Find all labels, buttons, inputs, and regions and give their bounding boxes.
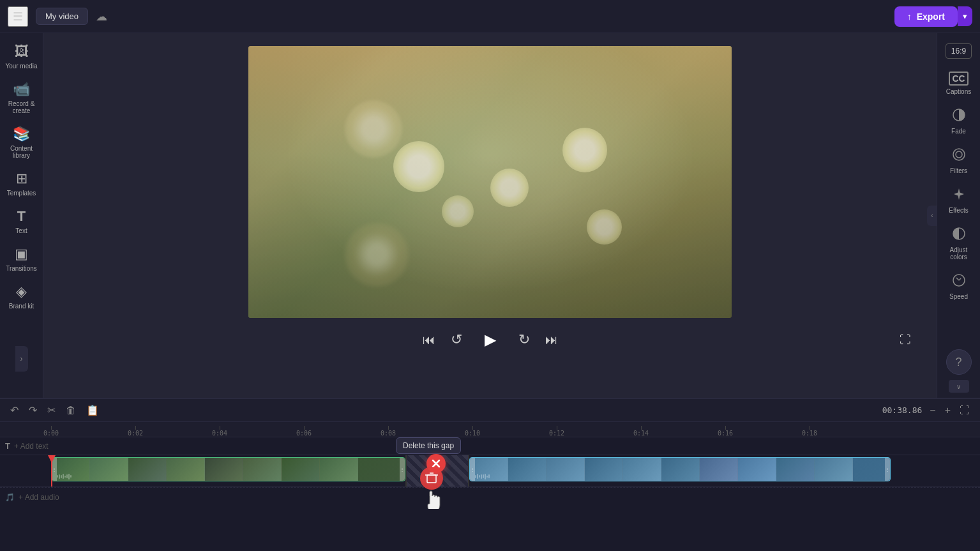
undo-button[interactable]: ↶ [8,402,21,419]
right-item-label: Filters [950,167,967,174]
sidebar-item-label: Brand kit [9,303,34,310]
right-sidebar-collapse-button[interactable]: ‹ [927,206,937,226]
export-chevron-button[interactable]: ▾ [958,6,972,26]
timeline-track-area: 0:00 0:02 0:04 0:06 0:08 0:10 0:12 0:14 … [0,422,980,551]
aspect-ratio-button[interactable]: 16:9 [946,43,972,59]
zoom-controls: − + ⛶ [927,402,972,419]
waveform-right [475,473,885,479]
sidebar-expand-button[interactable]: › [15,346,28,372]
fast-forward-button[interactable]: ↻ [518,331,530,348]
delete-gap-button[interactable] [426,454,446,473]
right-item-fade[interactable]: Fade [940,103,978,140]
text-track-icon: T [5,441,10,451]
timeline-content: 0:00 0:02 0:04 0:06 0:08 0:10 0:12 0:14 … [0,422,980,551]
audio-track[interactable]: 🎵 + Add audio [0,487,980,506]
zoom-out-button[interactable]: − [927,402,938,419]
brand-kit-icon: ◈ [16,283,27,300]
timeline-ruler: 0:00 0:02 0:04 0:06 0:08 0:10 0:12 0:14 … [0,422,980,437]
rewind-button[interactable]: ↺ [451,331,462,348]
help-button[interactable]: ? [946,349,972,375]
clip2-right-handle[interactable]: ⋮ [885,458,890,481]
ruler-mark-4: 0:04 [212,430,227,437]
redo-button[interactable]: ↷ [26,402,40,419]
sidebar-item-label: Contentlibrary [10,145,33,159]
left-sidebar: 🖼 Your media 📹 Record &create 📚 Contentl… [0,33,43,398]
skip-to-end-button[interactable]: ⏭ [545,333,558,347]
ruler-mark-10: 0:10 [465,430,480,437]
right-item-speed[interactable]: Speed [940,268,978,305]
ruler-mark-12: 0:12 [549,430,564,437]
svg-point-2 [956,151,962,158]
delete-gap-tooltip: Delete this gap [396,437,461,454]
add-text-label: + Add text [14,442,49,451]
record-icon: 📹 [13,81,30,98]
timeline-expand-button[interactable]: ⛶ [957,402,972,419]
right-item-label: Effects [949,207,968,214]
video-preview [248,46,732,318]
fade-icon [952,108,966,125]
text-track[interactable]: T + Add text [0,437,980,455]
audio-track-icon: 🎵 [5,493,15,502]
adjust-colors-icon [952,227,966,244]
main-video-track: Delete this gap ⋮ [0,455,980,487]
video-clip-left[interactable]: ⋮ [51,457,405,481]
canvas-area: ⏮ ↺ ▶ ↻ ⏭ ⛶ [43,33,937,398]
ruler-mark-0: 0:00 [43,430,59,437]
add-to-timeline-button[interactable]: 📋 [84,402,102,419]
right-item-filters[interactable]: Filters [940,142,978,179]
right-item-adjust-colors[interactable]: Adjustcolors [940,222,978,266]
playhead[interactable] [51,455,52,487]
skip-to-start-button[interactable]: ⏮ [423,333,435,347]
right-item-label: Adjustcolors [950,246,968,260]
sidebar-item-text[interactable]: T Text [3,203,41,239]
right-item-label: Fade [951,128,966,135]
ruler-mark-18: 0:18 [802,430,817,437]
right-item-captions[interactable]: CC Captions [940,66,978,100]
play-button[interactable]: ▶ [478,327,503,352]
sidebar-item-brand-kit[interactable]: ◈ Brand kit [3,278,41,315]
cut-button[interactable]: ✂ [45,402,58,419]
sidebar-item-label: Text [15,227,27,234]
sidebar-item-content-library[interactable]: 📚 Contentlibrary [3,121,41,164]
templates-icon: ⊞ [16,170,27,187]
clip-right-handle[interactable]: ⋮ [400,458,405,481]
timeline: ↶ ↷ ✂ 🗑 📋 00:38.86 − + ⛶ 0:00 0:02 0:04 … [0,398,980,551]
clip2-left-handle[interactable]: ⋮ [470,458,475,481]
video-clip-right[interactable]: ⋮ [469,457,891,481]
sidebar-item-label: Record &create [8,100,35,114]
sidebar-item-label: Transitions [6,265,37,272]
sidebar-item-label: Your media [5,63,37,70]
waveform-left [57,473,400,479]
ruler-mark-8: 0:08 [381,430,396,437]
sidebar-item-templates[interactable]: ⊞ Templates [3,165,41,202]
export-button[interactable]: ↑ Export [894,6,958,27]
svg-point-1 [953,149,965,160]
ruler-mark-14: 0:14 [633,430,649,437]
menu-button[interactable]: ☰ [8,6,28,27]
delete-button[interactable]: 🗑 [63,402,79,419]
sidebar-item-record-create[interactable]: 📹 Record &create [3,76,41,119]
project-title[interactable]: My video [36,8,88,25]
panel-collapse-chevron[interactable]: ∨ [949,380,969,393]
topbar: ☰ My video ☁ ↑ Export ▾ [0,0,980,33]
add-audio-label: + Add audio [19,493,59,502]
sidebar-item-your-media[interactable]: 🖼 Your media [3,38,41,75]
effects-icon [952,187,966,204]
speed-icon [952,273,966,291]
captions-icon: CC [949,72,968,86]
current-time-display: 00:38.86 [882,405,923,415]
ruler-mark-16: 0:16 [718,430,733,437]
right-item-effects[interactable]: Effects [940,182,978,219]
cloud-sync-icon: ☁ [96,10,107,24]
library-icon: 📚 [13,126,30,142]
fullscreen-button[interactable]: ⛶ [900,333,911,347]
filters-icon [952,147,966,165]
zoom-in-button[interactable]: + [942,402,953,419]
export-upload-icon: ↑ [907,11,912,22]
sidebar-item-label: Templates [7,190,36,197]
right-item-label: Captions [946,88,971,95]
main-area: 🖼 Your media 📹 Record &create 📚 Contentl… [0,33,980,398]
sidebar-item-transitions[interactable]: ▣ Transitions [3,241,41,277]
timeline-toolbar: ↶ ↷ ✂ 🗑 📋 00:38.86 − + ⛶ [0,399,980,422]
media-icon: 🖼 [15,43,29,60]
